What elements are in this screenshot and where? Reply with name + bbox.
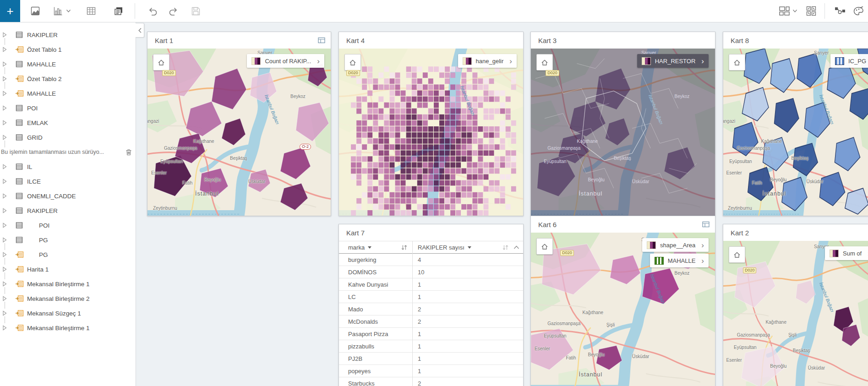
expand-caret-icon[interactable] [2, 296, 10, 301]
layer-legend[interactable]: Sum of› [825, 246, 868, 260]
new-map-icon[interactable] [28, 4, 42, 18]
column-header-marka[interactable]: marka [339, 244, 412, 251]
sidebar-item-harita-1[interactable]: Harita 1 [0, 262, 136, 277]
expand-caret-icon[interactable] [2, 281, 10, 287]
layout-caret-icon[interactable] [792, 4, 798, 18]
chart-caret-icon[interactable] [65, 4, 71, 18]
redo-icon[interactable] [166, 4, 180, 18]
sidebar-item-mekansal-birle-tirme-2[interactable]: Mekansal Birleştirme 2 [0, 291, 136, 306]
sidebar-item-pg[interactable]: PG [0, 247, 136, 262]
expand-caret-icon[interactable] [2, 223, 10, 228]
card-kart3[interactable]: Kart 3 [530, 32, 715, 216]
table-row[interactable]: LC1 [339, 291, 523, 303]
expand-caret-icon[interactable] [2, 76, 10, 82]
table-row[interactable]: burgerking4 [339, 254, 523, 266]
table-row[interactable]: Starbucks2 [339, 377, 523, 386]
expand-caret-icon[interactable] [2, 61, 10, 67]
table-row[interactable]: popeyes1 [339, 365, 523, 377]
sidebar-item-pg[interactable]: PG [0, 233, 136, 247]
sidebar-item--zet-tablo-1[interactable]: Özet Tablo 1 [0, 42, 136, 57]
layer-legend[interactable]: MAHALLE› [650, 254, 709, 267]
page-layout-icon[interactable] [778, 4, 792, 18]
layer-legend[interactable]: HAR_RESTOR› [637, 54, 709, 68]
sidebar-item-grid[interactable]: GRID [0, 130, 136, 145]
map-view[interactable]: D020İstanbul Boğazıhane_gelir› [339, 49, 523, 216]
theme-palette-icon[interactable] [852, 4, 865, 18]
map-view[interactable]: Sarıyerİstanbul BoğazıangaziKağıthaneGaz… [723, 49, 868, 216]
view-data-icon[interactable] [702, 221, 710, 228]
map-view[interactable]: SarıyerD020Beykozİstanbul BoğazıKağıthan… [531, 233, 715, 386]
undo-icon[interactable] [146, 4, 160, 18]
sidebar-item-mekansal-s-zge-1[interactable]: Mekansal Süzgeç 1 [0, 306, 136, 321]
sort-arrows-icon[interactable] [502, 245, 509, 250]
new-table-icon[interactable] [84, 4, 98, 18]
expand-caret-icon[interactable] [2, 91, 10, 96]
table-row[interactable]: Pasaport Pizza1 [339, 328, 523, 340]
default-extent-button[interactable] [153, 54, 169, 71]
expand-caret-icon[interactable] [2, 252, 10, 257]
view-data-icon[interactable] [318, 37, 325, 43]
table-row[interactable]: PJ2B1 [339, 353, 523, 365]
table-row[interactable]: McDonalds2 [339, 315, 523, 328]
expand-caret-icon[interactable] [2, 47, 10, 52]
sidebar-item-mahalle[interactable]: MAHALLE [0, 57, 136, 71]
add-data-button[interactable]: + [0, 0, 20, 22]
expand-caret-icon[interactable] [2, 105, 10, 111]
layer-legend[interactable]: IC_PG› [830, 54, 868, 68]
sidebar-item-emlak[interactable]: EMLAK [0, 115, 136, 130]
sidebar-item-onemli-cadde[interactable]: ONEMLI_CADDE [0, 189, 136, 203]
trash-icon[interactable] [126, 149, 132, 156]
layer-legend[interactable]: hane_gelir› [458, 54, 517, 68]
card-kart6[interactable]: Kart 6 SarıyerD020Beykozİs [530, 216, 715, 386]
sidebar-item-ilce[interactable]: ILCE [0, 174, 136, 189]
workbook-canvas[interactable]: Kart 1 [136, 22, 868, 386]
card-kart7[interactable]: Kart 7 markaRAKIPLER sayısı burgerking4D… [338, 224, 524, 386]
default-extent-button[interactable] [729, 246, 745, 263]
expand-caret-icon[interactable] [2, 164, 10, 169]
default-extent-button[interactable] [729, 54, 745, 71]
layer-legend[interactable]: Count of RAKIP...› [247, 54, 324, 68]
expand-caret-icon[interactable] [2, 310, 10, 316]
layer-legend[interactable]: shape__Area› [642, 238, 709, 252]
sort-arrows-icon[interactable] [401, 245, 408, 250]
expand-caret-icon[interactable] [2, 32, 10, 38]
map-view[interactable]: SarıyerD020Beykozİstanbul BoğazıKağıthan… [531, 49, 715, 216]
expand-caret-icon[interactable] [2, 325, 10, 331]
table-row[interactable]: DOMİNOS10 [339, 266, 523, 278]
map-view[interactable]: SarıyerD020Beykozİstanbul BoğazıangaziKa… [147, 49, 331, 216]
column-header-rakipler-sayisi[interactable]: RAKIPLER sayısı [412, 244, 523, 251]
sidebar-item-poi[interactable]: POI [0, 218, 136, 233]
new-chart-icon[interactable] [51, 4, 65, 18]
sidebar-item-rakipler[interactable]: RAKIPLER [0, 203, 136, 218]
default-extent-button[interactable] [344, 54, 361, 71]
sidebar-item-mekansal-birle-tirme-1[interactable]: Mekansal Birleştirme 1 [0, 321, 136, 335]
default-extent-button[interactable] [536, 54, 553, 71]
sidebar-item-il[interactable]: IL [0, 159, 136, 174]
sidebar-item-mahalle[interactable]: MAHALLE [0, 86, 136, 101]
page-links-icon[interactable] [833, 4, 847, 18]
card-kart4[interactable]: Kart 4 D020İstanbul Boğazıhane_gelir› [338, 32, 524, 216]
card-kart8[interactable]: Kart 8 [723, 32, 868, 216]
expand-caret-icon[interactable] [2, 179, 10, 184]
expand-caret-icon[interactable] [2, 237, 10, 243]
card-kart2[interactable]: Kart 2 SarıyerD020İstanbul BoğazıKağıtha… [723, 224, 868, 386]
map-view[interactable]: SarıyerD020İstanbul BoğazıKağıthaneŞişli… [723, 241, 868, 386]
expand-caret-icon[interactable] [2, 208, 10, 213]
column-menu-caret-icon[interactable] [368, 246, 371, 249]
expand-caret-icon[interactable] [2, 135, 10, 140]
card-kart1[interactable]: Kart 1 [147, 32, 331, 216]
table-row[interactable]: Kahve Dunyasi1 [339, 278, 523, 291]
rearrange-cards-icon[interactable] [804, 4, 818, 18]
chevron-up-icon[interactable] [513, 245, 519, 249]
expand-caret-icon[interactable] [2, 193, 10, 199]
table-row[interactable]: pizzabulls1 [339, 340, 523, 353]
collapse-data-pane-button[interactable] [136, 23, 144, 38]
save-icon[interactable] [189, 4, 202, 18]
sidebar-item-poi[interactable]: POI [0, 101, 136, 115]
default-extent-button[interactable] [536, 238, 553, 255]
sidebar-item--zet-tablo-2[interactable]: Özet Tablo 2 [0, 71, 136, 86]
sidebar-item-rakipler[interactable]: RAKIPLER [0, 27, 136, 42]
column-menu-caret-icon[interactable] [468, 246, 471, 249]
expand-caret-icon[interactable] [2, 120, 10, 125]
table-row[interactable]: Mado2 [339, 303, 523, 315]
